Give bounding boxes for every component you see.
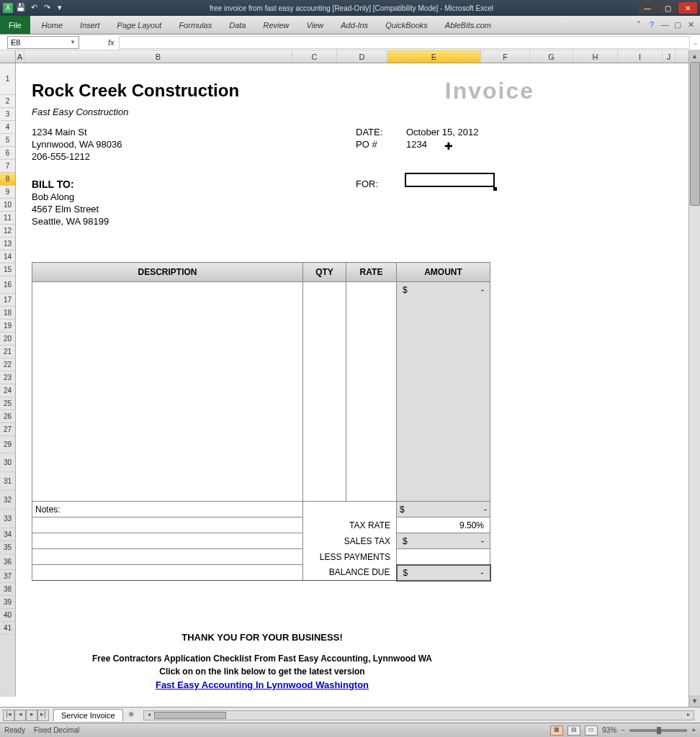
- name-box-dropdown-icon[interactable]: ▼: [70, 39, 76, 45]
- row-header-30[interactable]: 30: [0, 453, 15, 472]
- row-header-20[interactable]: 20: [0, 333, 15, 345]
- zoom-handle[interactable]: [657, 727, 661, 734]
- tab-prev-icon[interactable]: ◂: [14, 710, 26, 721]
- row-header-21[interactable]: 21: [0, 345, 15, 358]
- less-payments-value[interactable]: [397, 549, 490, 565]
- rate-cell[interactable]: [346, 282, 397, 502]
- tab-last-icon[interactable]: ▸|: [37, 710, 49, 721]
- zoom-level[interactable]: 93%: [602, 726, 616, 734]
- row-header-14[interactable]: 14: [0, 250, 15, 263]
- formula-input[interactable]: [119, 36, 690, 49]
- subtotal-value[interactable]: $ -: [397, 502, 490, 517]
- help-icon[interactable]: ?: [647, 20, 657, 30]
- sales-tax-value[interactable]: $ -: [397, 533, 490, 549]
- cells-area[interactable]: Rock Creek Construction Invoice Fast Eas…: [16, 63, 700, 697]
- row-header-9[interactable]: 9: [0, 186, 15, 199]
- tab-view[interactable]: View: [298, 21, 333, 30]
- active-cell-selection[interactable]: [405, 173, 495, 187]
- row-header-22[interactable]: 22: [0, 358, 15, 371]
- col-header-J[interactable]: J: [663, 50, 676, 63]
- row-header-6[interactable]: 6: [0, 147, 15, 160]
- col-header-G[interactable]: G: [530, 50, 573, 63]
- qty-cell[interactable]: [303, 282, 346, 502]
- file-tab[interactable]: File: [0, 16, 30, 34]
- row-header-19[interactable]: 19: [0, 320, 15, 333]
- col-header-E[interactable]: E: [387, 50, 481, 63]
- zoom-slider[interactable]: [629, 729, 687, 732]
- desc-cell[interactable]: [32, 282, 303, 502]
- row-header-41[interactable]: 41: [0, 622, 15, 635]
- col-header-I[interactable]: I: [618, 50, 663, 63]
- hscroll-left-icon[interactable]: ◂: [144, 711, 154, 720]
- row-header-2[interactable]: 2: [0, 95, 15, 108]
- row-header-38[interactable]: 38: [0, 583, 15, 596]
- balance-due-value[interactable]: $ -: [397, 565, 490, 581]
- row-header-15[interactable]: 15: [0, 263, 15, 276]
- tab-page-layout[interactable]: Page Layout: [109, 21, 171, 30]
- row-header-3[interactable]: 3: [0, 108, 15, 121]
- row-header-31[interactable]: 31: [0, 472, 15, 491]
- fill-handle[interactable]: [493, 187, 497, 191]
- tab-data[interactable]: Data: [220, 21, 254, 30]
- col-header-H[interactable]: H: [573, 50, 618, 63]
- fx-icon[interactable]: fx: [108, 38, 115, 47]
- hscroll-thumb[interactable]: [154, 712, 226, 719]
- col-header-C[interactable]: C: [292, 50, 337, 63]
- col-header-F[interactable]: F: [481, 50, 530, 63]
- window-min-icon[interactable]: —: [660, 20, 670, 30]
- select-all-corner[interactable]: [0, 50, 16, 63]
- tab-insert[interactable]: Insert: [71, 21, 109, 30]
- row-header-10[interactable]: 10: [0, 199, 15, 212]
- col-header-A[interactable]: A: [16, 50, 24, 63]
- undo-icon[interactable]: ↶: [29, 3, 39, 13]
- col-header-B[interactable]: B: [24, 50, 292, 63]
- minimize-button[interactable]: —: [638, 2, 657, 14]
- row-header-17[interactable]: 17: [0, 294, 15, 307]
- tax-rate-value[interactable]: 9.50%: [397, 517, 490, 533]
- row-header-8[interactable]: 8: [0, 173, 15, 186]
- row-header-37[interactable]: 37: [0, 570, 15, 583]
- vertical-scrollbar[interactable]: ▲ ▼: [688, 50, 700, 707]
- sheet-tab-service-invoice[interactable]: Service Invoice: [53, 709, 123, 721]
- row-header-1[interactable]: 1: [0, 63, 15, 95]
- ribbon-minimize-icon[interactable]: ˄: [634, 20, 644, 30]
- row-header-4[interactable]: 4: [0, 121, 15, 134]
- row-header-5[interactable]: 5: [0, 134, 15, 147]
- row-header-23[interactable]: 23: [0, 371, 15, 384]
- row-header-16[interactable]: 16: [0, 276, 15, 294]
- vscroll-thumb[interactable]: [690, 62, 700, 206]
- name-box[interactable]: E8 ▼: [7, 36, 79, 49]
- row-header-29[interactable]: 29: [0, 436, 15, 453]
- amount-cell[interactable]: $ -: [397, 282, 490, 502]
- view-normal-icon[interactable]: ▦: [550, 725, 563, 736]
- tab-ablebits[interactable]: AbleBits.com: [436, 21, 500, 30]
- zoom-out-icon[interactable]: −: [621, 726, 625, 734]
- tab-quickbooks[interactable]: QuickBooks: [377, 21, 436, 30]
- row-header-36[interactable]: 36: [0, 554, 15, 570]
- tab-next-icon[interactable]: ▸: [26, 710, 37, 721]
- row-header-33[interactable]: 33: [0, 510, 15, 528]
- promo-link[interactable]: Fast Easy Accounting In Lynnwood Washing…: [32, 679, 493, 690]
- zoom-in-icon[interactable]: +: [691, 726, 696, 734]
- notes-area-3[interactable]: [32, 549, 303, 565]
- view-page-break-icon[interactable]: ▭: [585, 725, 598, 736]
- window-restore-icon[interactable]: ▢: [673, 20, 683, 30]
- row-header-35[interactable]: 35: [0, 541, 15, 554]
- notes-area-2[interactable]: [32, 533, 303, 549]
- row-header-7[interactable]: 7: [0, 160, 15, 173]
- scroll-up-icon[interactable]: ▲: [689, 50, 700, 62]
- formula-bar-expand-icon[interactable]: ⌄: [690, 39, 700, 46]
- row-header-13[interactable]: 13: [0, 238, 15, 250]
- save-icon[interactable]: 💾: [16, 3, 26, 13]
- tab-review[interactable]: Review: [254, 21, 297, 30]
- row-header-26[interactable]: 26: [0, 410, 15, 423]
- row-header-40[interactable]: 40: [0, 609, 15, 622]
- tab-home[interactable]: Home: [33, 21, 71, 30]
- notes-area-4[interactable]: [32, 565, 303, 581]
- row-header-25[interactable]: 25: [0, 397, 15, 410]
- window-close-icon[interactable]: ✕: [686, 20, 696, 30]
- row-header-24[interactable]: 24: [0, 384, 15, 397]
- row-header-11[interactable]: 11: [0, 212, 15, 225]
- row-header-32[interactable]: 32: [0, 491, 15, 510]
- qat-dropdown-icon[interactable]: ▾: [55, 3, 65, 13]
